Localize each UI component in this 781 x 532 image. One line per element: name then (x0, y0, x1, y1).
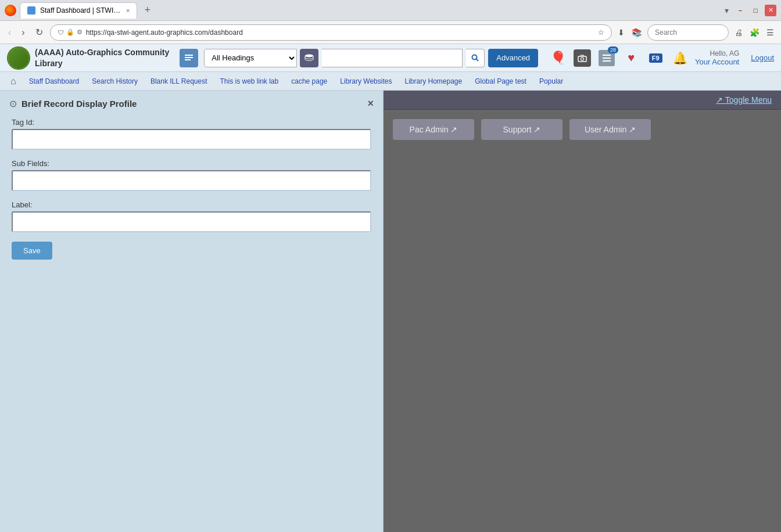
tab-close-button[interactable]: × (126, 7, 130, 14)
tag-id-group: Tag Id: (12, 118, 371, 150)
svg-rect-10 (603, 60, 611, 62)
svg-line-5 (476, 59, 478, 61)
user-area: Hello, AG Your Account (695, 49, 739, 66)
nav-actions: ⬇ 📚 (615, 26, 644, 39)
search-type-select[interactable]: All Headings (204, 49, 297, 67)
nav-item-library-websites[interactable]: Library Websites (334, 75, 397, 88)
minimize-button[interactable]: − (735, 5, 746, 16)
title-bar-left: Staff Dashboard | STWI | AAAA × + (5, 2, 722, 19)
pac-admin-button[interactable]: Pac Admin ↗ (393, 119, 474, 140)
downloads-button[interactable]: ⬇ (615, 26, 627, 39)
modal-close-button[interactable]: × (367, 98, 374, 110)
browser-nav-bar: ‹ › ↻ 🛡 🔒 ⚙ https://qa-stwi-agent.auto-g… (0, 21, 781, 44)
svg-rect-8 (603, 55, 611, 56)
label-group: Label: (12, 200, 371, 232)
home-nav-item[interactable]: ⌂ (5, 74, 22, 89)
browser-tab[interactable]: Staff Dashboard | STWI | AAAA × (20, 2, 137, 19)
back-button[interactable]: ‹ (5, 25, 15, 40)
extensions-button[interactable]: 🧩 (747, 26, 762, 39)
save-button[interactable]: Save (12, 242, 52, 260)
browser-search-input[interactable] (647, 24, 729, 41)
header-icons: 🎈 28 ♥ F9 🔔 (549, 49, 689, 67)
list-badge: 28 (608, 46, 618, 53)
nav-item-weblink-lab[interactable]: This is web link lab (214, 75, 285, 88)
label-input[interactable] (12, 211, 371, 232)
bookmarks-button[interactable]: 📚 (629, 26, 644, 39)
list-icon-container[interactable]: 28 (597, 49, 616, 67)
bell-icon-container[interactable]: 🔔 (671, 49, 689, 67)
new-tab-button[interactable]: + (141, 4, 154, 16)
label-label: Label: (12, 200, 371, 209)
shield-icon: 🛡 (58, 29, 64, 36)
tag-id-label: Tag Id: (12, 118, 371, 127)
url-display: https://qa-stwi-agent.auto-graphics.com/… (86, 28, 594, 37)
right-panel: ↗ Toggle Menu Pac Admin ↗ Support ↗ User… (384, 91, 781, 532)
user-admin-button[interactable]: User Admin ↗ (569, 119, 651, 140)
heart-icon: ♥ (628, 51, 635, 64)
sub-fields-group: Sub Fields: (12, 159, 371, 191)
print-button[interactable]: 🖨 (732, 26, 745, 39)
right-panel-header: ↗ Toggle Menu (384, 91, 781, 110)
nav-item-staff-dashboard[interactable]: Staff Dashboard (23, 75, 85, 88)
modal-header: ⊙ Brief Record Display Profile × (0, 91, 383, 116)
nav-item-blank-ill[interactable]: Blank ILL Request (145, 75, 213, 88)
your-account-link[interactable]: Your Account (695, 57, 739, 66)
f9-badge: F9 (649, 53, 662, 63)
svg-point-4 (472, 55, 477, 59)
tab-title: Staff Dashboard | STWI | AAAA (40, 6, 121, 15)
svg-point-3 (305, 54, 313, 57)
reload-button[interactable]: ↻ (32, 24, 46, 40)
svg-rect-2 (185, 59, 191, 60)
balloon-icon-container[interactable]: 🎈 (549, 49, 567, 67)
advanced-search-button[interactable]: Advanced (488, 49, 538, 67)
camera-icon-container[interactable] (573, 49, 592, 67)
nav-item-cache-page[interactable]: cache page (285, 75, 333, 88)
avatar-image (8, 48, 29, 69)
modal-back-icon[interactable]: ⊙ (9, 98, 17, 109)
svg-rect-0 (185, 55, 193, 56)
balloon-icon: 🎈 (550, 51, 566, 66)
nav-extra-actions: 🖨 🧩 ☰ (732, 26, 776, 39)
maximize-button[interactable]: □ (750, 5, 761, 16)
svg-rect-1 (185, 57, 193, 58)
title-bar: Staff Dashboard | STWI | AAAA × + ▾ − □ … (0, 0, 781, 21)
app-header: (AAAA) Auto-Graphics Community Library A… (0, 44, 781, 72)
title-dropdown-button[interactable]: ▾ (722, 6, 731, 15)
nav-item-library-homepage[interactable]: Library Homepage (399, 75, 468, 88)
svg-rect-9 (603, 57, 611, 59)
library-name: (AAAA) Auto-Graphics Community Library (35, 47, 169, 68)
support-button[interactable]: Support ↗ (481, 119, 563, 140)
forward-button[interactable]: › (18, 25, 28, 40)
close-button[interactable]: ✕ (765, 5, 776, 16)
tag-id-input[interactable] (12, 129, 371, 150)
title-bar-controls: ▾ − □ ✕ (722, 5, 776, 16)
sub-fields-label: Sub Fields: (12, 159, 371, 168)
nav-item-popular[interactable]: Popular (533, 75, 569, 88)
f9-badge-container[interactable]: F9 (646, 49, 665, 67)
search-area: All Headings Advanced (204, 49, 538, 67)
tab-favicon (27, 6, 35, 15)
nav-item-search-history[interactable]: Search History (86, 75, 144, 88)
bookmark-icon[interactable]: ☆ (598, 28, 604, 37)
svg-rect-6 (578, 56, 586, 62)
search-button[interactable] (466, 49, 485, 67)
menu-button[interactable]: ☰ (764, 26, 776, 39)
modal-title: Brief Record Display Profile (22, 99, 137, 109)
hello-text: Hello, AG (710, 49, 740, 57)
nav-item-global-page[interactable]: Global Page test (469, 75, 532, 88)
sub-fields-input[interactable] (12, 170, 371, 191)
svg-point-7 (581, 57, 584, 60)
firefox-logo (5, 5, 16, 16)
main-search-input[interactable] (322, 49, 463, 67)
logout-button[interactable]: Logout (751, 53, 774, 62)
modal-body: Tag Id: Sub Fields: Label: Save (0, 116, 383, 271)
library-logo (7, 46, 30, 70)
main-content: ⊙ Brief Record Display Profile × Tag Id:… (0, 91, 781, 532)
toggle-menu-button[interactable]: ↗ Toggle Menu (716, 95, 772, 105)
camera-icon (574, 49, 591, 67)
catalog-icon (180, 49, 198, 67)
heart-icon-container[interactable]: ♥ (622, 49, 640, 67)
address-bar[interactable]: 🛡 🔒 ⚙ https://qa-stwi-agent.auto-graphic… (50, 24, 612, 41)
right-panel-buttons: Pac Admin ↗ Support ↗ User Admin ↗ (384, 110, 781, 149)
site-info-icon: ⚙ (77, 28, 83, 36)
